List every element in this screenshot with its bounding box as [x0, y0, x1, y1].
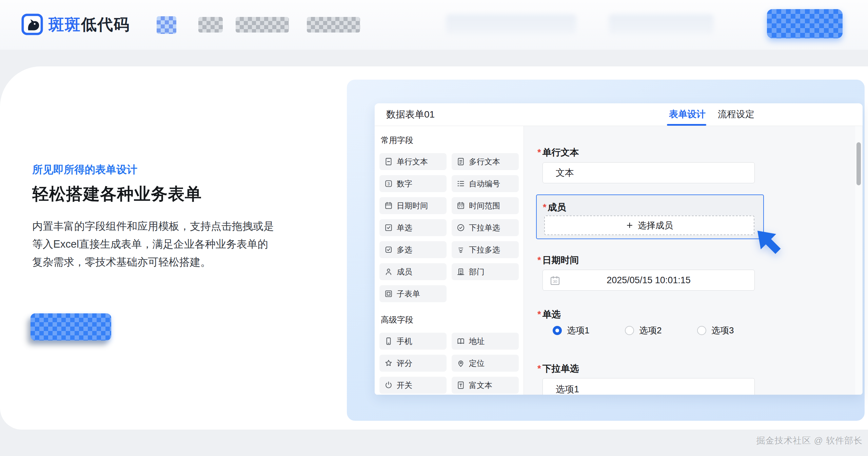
- required-asterisk: *: [537, 147, 541, 158]
- field-button[interactable]: 评分: [379, 355, 447, 372]
- radio-circle-icon[interactable]: [553, 326, 562, 335]
- field-button[interactable]: 子表单: [379, 285, 447, 302]
- radio-option[interactable]: 选项2: [625, 325, 662, 336]
- field-button[interactable]: 定位: [452, 355, 519, 372]
- field-button[interactable]: 时间范围: [452, 197, 519, 214]
- nav-item-censored-active[interactable]: [157, 16, 176, 34]
- single-line-text-input[interactable]: 文本: [542, 162, 755, 183]
- nav-item-ghost[interactable]: [609, 14, 714, 35]
- field-button-label: 地址: [469, 336, 485, 347]
- field-button-label: 富文本: [469, 380, 492, 391]
- star-icon: [384, 359, 393, 368]
- field-label: *日期时间: [537, 254, 579, 266]
- hero-description-line: 等入Excel直接生成表单，满足企业各种业务表单的: [32, 235, 274, 253]
- field-button[interactable]: 富文本: [452, 377, 519, 394]
- radio-option-label: 选项3: [711, 325, 734, 336]
- org-icon: [456, 267, 465, 276]
- field-button-label: 部门: [469, 267, 485, 277]
- field-label: *成员: [543, 201, 566, 213]
- select-member-button[interactable]: 选择成员: [544, 215, 754, 235]
- main-section: 所见即所得的表单设计 轻松搭建各种业务表单 内置丰富的字段组件和应用模板，支持点…: [0, 66, 868, 430]
- radio-group: 选项1选项2选项3: [524, 325, 863, 337]
- field-button-label: 日期时间: [397, 201, 428, 211]
- field-button-label: 自动编号: [469, 179, 500, 189]
- location-icon: [456, 359, 465, 368]
- common-fields-grid: 单行文本多行文本3数字自动编号日期时间时间范围单选下拉单选多选下拉多选成员部门子…: [379, 153, 519, 302]
- auto-number-icon: [456, 179, 465, 188]
- radio-circle-icon[interactable]: [625, 326, 634, 335]
- number-icon: 3: [384, 179, 393, 188]
- required-asterisk: *: [537, 309, 541, 319]
- field-button[interactable]: 多行文本: [452, 153, 519, 170]
- plus-icon: [626, 221, 634, 229]
- member-field-selected[interactable]: *成员 选择成员: [536, 194, 764, 239]
- field-button[interactable]: 开关: [379, 377, 447, 394]
- double-chevron-icon: [456, 245, 465, 254]
- svg-text:3: 3: [388, 182, 390, 186]
- power-icon: [384, 381, 393, 390]
- field-button[interactable]: 地址: [452, 333, 519, 350]
- hero-description: 内置丰富的字段组件和应用模板，支持点击拖拽或是 等入Excel直接生成表单，满足…: [32, 217, 274, 271]
- mouse-cursor-icon: [752, 225, 784, 257]
- doc-multi-icon: [456, 157, 465, 166]
- field-label: *单行文本: [537, 146, 579, 159]
- form-designer-window: 数据表单01 表单设计 流程设定 常用字段 单行文本多行文本3数字自动编号日期时…: [375, 103, 863, 395]
- required-asterisk: *: [543, 202, 547, 212]
- hero-title: 轻松搭建各种业务表单: [32, 183, 202, 205]
- field-button[interactable]: 自动编号: [452, 175, 519, 192]
- field-button[interactable]: 成员: [379, 263, 447, 280]
- field-button[interactable]: 多选: [379, 241, 447, 258]
- nav-item-censored[interactable]: [307, 17, 360, 33]
- field-button[interactable]: 下拉单选: [452, 219, 519, 236]
- person-icon: [384, 267, 393, 276]
- circle-check-icon: [456, 223, 465, 232]
- field-button[interactable]: 单选: [379, 219, 447, 236]
- field-button-label: 下拉单选: [469, 223, 500, 233]
- fields-panel: 常用字段 单行文本多行文本3数字自动编号日期时间时间范围单选下拉单选多选下拉多选…: [375, 126, 524, 395]
- dropdown-single-input[interactable]: 选项1: [542, 378, 755, 395]
- required-asterisk: *: [537, 364, 541, 374]
- brand-logo[interactable]: 斑斑低代码: [21, 14, 130, 35]
- map-book-icon: [456, 337, 465, 346]
- multi-check-icon: [384, 245, 393, 254]
- field-button-label: 子表单: [397, 289, 420, 299]
- field-button[interactable]: 下拉多选: [452, 241, 519, 258]
- subform-icon: [384, 289, 393, 298]
- field-button[interactable]: 部门: [452, 263, 519, 280]
- brand-name-dark: 低代码: [81, 16, 130, 33]
- hero-description-line: 复杂需求，零技术基础亦可轻松搭建。: [32, 253, 274, 271]
- form-designer-card: 数据表单01 表单设计 流程设定 常用字段 单行文本多行文本3数字自动编号日期时…: [347, 80, 865, 421]
- tab-form-design[interactable]: 表单设计: [669, 103, 706, 125]
- preview-scrollbar-thumb[interactable]: [856, 142, 861, 185]
- field-button-label: 多选: [397, 245, 412, 255]
- radio-option[interactable]: 选项1: [553, 325, 589, 336]
- richtext-icon: [456, 381, 465, 390]
- field-button-label: 定位: [469, 358, 485, 369]
- field-button-label: 手机: [397, 336, 412, 347]
- field-group-title: 常用字段: [381, 135, 517, 146]
- navbar-cta-button-censored[interactable]: [767, 9, 843, 38]
- nav-item-ghost[interactable]: [446, 14, 576, 35]
- nav-item-censored[interactable]: [198, 17, 223, 33]
- field-label: *下拉单选: [537, 362, 579, 375]
- radio-option[interactable]: 选项3: [697, 325, 734, 336]
- radio-circle-icon[interactable]: [697, 326, 706, 335]
- page: 斑斑低代码 所见即所得的表单设计 轻松搭建各种业务表单 内置丰富的字段组件和应用…: [0, 0, 868, 456]
- nav-item-censored[interactable]: [236, 17, 289, 33]
- phone-icon: [384, 337, 393, 346]
- tab-flow-setting[interactable]: 流程设定: [718, 103, 754, 125]
- field-button[interactable]: 日期时间: [379, 197, 447, 214]
- field-button[interactable]: 单行文本: [379, 153, 447, 170]
- radio-option-label: 选项2: [639, 325, 662, 336]
- hero-eyebrow: 所见即所得的表单设计: [32, 163, 137, 177]
- navbar: 斑斑低代码: [0, 0, 868, 50]
- advanced-fields-grid: 手机地址评分定位开关富文本: [379, 333, 519, 394]
- hero-cta-button-censored[interactable]: [31, 313, 111, 340]
- field-button[interactable]: 3数字: [379, 175, 447, 192]
- calendar-30-icon: 30: [550, 275, 560, 286]
- field-button-label: 单选: [397, 223, 412, 233]
- calendar-icon: [384, 201, 393, 210]
- field-button[interactable]: 手机: [379, 333, 447, 350]
- datetime-input[interactable]: 30 2025/05/15 10:01:15: [542, 270, 755, 291]
- active-tab-underline: [667, 124, 706, 126]
